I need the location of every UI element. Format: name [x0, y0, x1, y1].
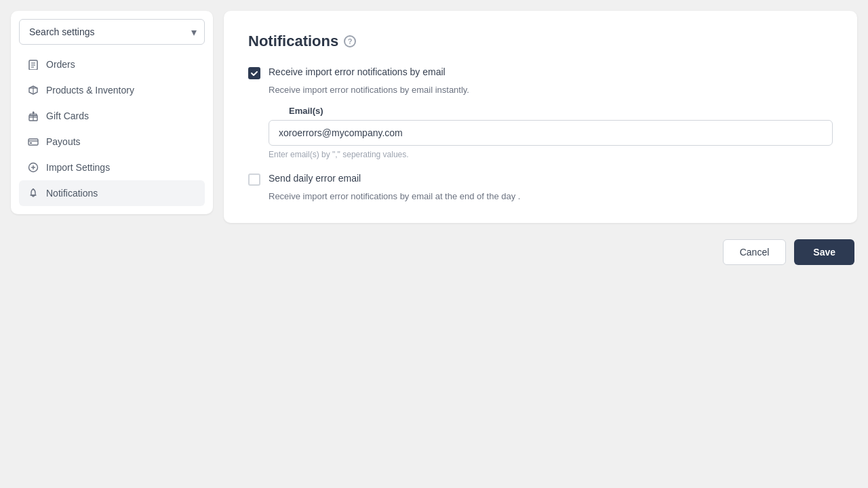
sidebar-item-orders[interactable]: Orders — [19, 52, 205, 77]
receive-error-email-checkbox[interactable] — [248, 67, 260, 79]
svg-rect-9 — [28, 139, 38, 145]
sidebar-item-label-notifications: Notifications — [46, 188, 98, 199]
daily-error-email-row: Send daily error email — [248, 173, 833, 186]
cancel-button[interactable]: Cancel — [723, 239, 787, 265]
sidebar-item-gift-cards[interactable]: Gift Cards — [19, 103, 205, 129]
page-title: Notifications ? — [248, 33, 833, 50]
svg-rect-11 — [30, 142, 32, 144]
email-group: Email(s) Enter email(s) by "," seperatin… — [269, 106, 833, 159]
sidebar-item-label-payouts: Payouts — [46, 136, 81, 147]
sidebar-item-label-gift-cards: Gift Cards — [46, 110, 89, 121]
sidebar-item-label-orders: Orders — [46, 59, 75, 70]
daily-error-email-section: Send daily error email Receive import er… — [248, 173, 833, 201]
daily-error-email-desc: Receive import error notifications by em… — [269, 191, 833, 201]
notifications-card: Notifications ? Receive import error not… — [224, 11, 857, 223]
daily-error-email-checkbox[interactable] — [248, 174, 260, 186]
receive-error-email-label: Receive import error notifications by em… — [269, 66, 446, 77]
email-input[interactable] — [269, 120, 833, 146]
receive-error-email-desc: Receive import error notifications by em… — [269, 85, 833, 95]
sidebar: Search settings ▾ OrdersProducts & Inven… — [11, 11, 213, 214]
payouts-icon — [27, 136, 39, 148]
sidebar-item-notifications[interactable]: Notifications — [19, 180, 205, 206]
sidebar-item-label-products-inventory: Products & Inventory — [46, 85, 134, 96]
search-settings-wrapper[interactable]: Search settings ▾ — [19, 19, 205, 45]
sidebar-item-payouts[interactable]: Payouts — [19, 129, 205, 155]
gift-icon — [27, 110, 39, 122]
checkmark-icon — [250, 69, 258, 77]
receive-error-email-row: Receive import error notifications by em… — [248, 66, 833, 79]
sidebar-nav: OrdersProducts & InventoryGift CardsPayo… — [19, 52, 205, 206]
sidebar-item-products-inventory[interactable]: Products & Inventory — [19, 77, 205, 103]
email-field-label: Email(s) — [289, 106, 833, 116]
sidebar-item-import-settings[interactable]: Import Settings — [19, 155, 205, 180]
search-settings-select[interactable]: Search settings — [19, 19, 205, 45]
page-title-text: Notifications — [248, 33, 338, 50]
daily-error-email-label: Send daily error email — [269, 173, 361, 184]
help-icon[interactable]: ? — [344, 35, 356, 47]
footer-actions: Cancel Save — [224, 239, 857, 265]
import-icon — [27, 161, 39, 174]
main-content: Notifications ? Receive import error not… — [224, 11, 857, 265]
save-button[interactable]: Save — [794, 239, 854, 265]
email-hint: Enter email(s) by "," seperating values. — [269, 150, 833, 159]
orders-icon — [27, 58, 39, 70]
bell-icon — [27, 187, 39, 199]
products-icon — [27, 84, 39, 96]
sidebar-item-label-import-settings: Import Settings — [46, 162, 110, 173]
